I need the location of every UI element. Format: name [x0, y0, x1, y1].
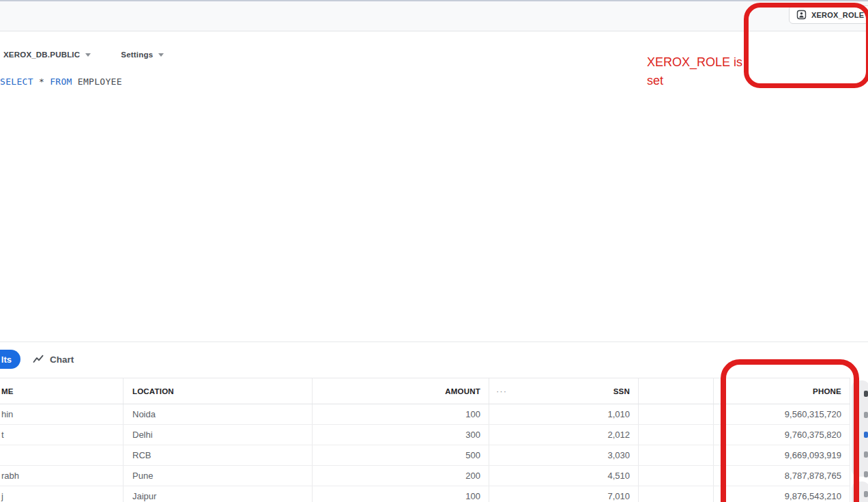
- cell-location[interactable]: RCB: [124, 445, 313, 465]
- settings-label: Settings: [121, 51, 153, 59]
- tab-chart-label: Chart: [50, 354, 74, 365]
- sql-operator: *: [33, 76, 50, 87]
- cell-amount[interactable]: 500: [313, 445, 489, 465]
- cell-name[interactable]: hin: [0, 404, 124, 424]
- cell-name[interactable]: [0, 445, 124, 465]
- cell-ssn[interactable]: 7,010: [489, 486, 639, 502]
- cell-name[interactable]: t: [0, 425, 124, 445]
- top-bar: XEROX_ROLE: [0, 0, 868, 31]
- cell-location[interactable]: Pune: [124, 466, 313, 486]
- cell-ssn[interactable]: 2,012: [489, 425, 639, 445]
- sql-keyword: SELECT: [0, 76, 33, 87]
- sql-keyword: FROM: [50, 76, 72, 87]
- tab-results-label: lts: [1, 354, 12, 365]
- cutoff-text-fragment: [864, 471, 868, 477]
- annotation-note: XEROX_ROLE is set: [647, 53, 749, 90]
- line-chart-icon: [33, 354, 44, 365]
- cell-amount[interactable]: 100: [313, 404, 489, 424]
- column-header-location[interactable]: LOCATION: [124, 378, 313, 404]
- database-selector-dropdown[interactable]: XEROX_DB.PUBLIC: [3, 51, 91, 59]
- cutoff-text-fragment: [864, 391, 868, 397]
- column-header-name[interactable]: ME: [0, 378, 124, 404]
- cell-location[interactable]: Delhi: [124, 425, 313, 445]
- cutoff-text-fragment: [864, 451, 868, 458]
- cell-ssn[interactable]: 4,510: [489, 466, 639, 486]
- cutoff-text-fragment: [864, 412, 868, 418]
- worksheet-toolbar: XEROX_DB.PUBLIC Settings: [3, 46, 164, 63]
- window-top-strip: [0, 0, 868, 1]
- database-selector-label: XEROX_DB.PUBLIC: [3, 51, 80, 59]
- column-header-ssn[interactable]: ··· SSN: [489, 378, 639, 404]
- sql-editor-line[interactable]: SELECT * FROM EMPLOYEE: [0, 76, 122, 87]
- cell-location[interactable]: Jaipur: [124, 486, 313, 502]
- app-window: XEROX_ROLE XEROX_DB.PUBLIC Settings SELE…: [0, 0, 868, 502]
- tab-chart[interactable]: Chart: [33, 350, 74, 369]
- chevron-down-icon: [158, 53, 164, 57]
- cell-amount[interactable]: 300: [313, 425, 489, 445]
- cell-blank[interactable]: [639, 425, 714, 445]
- column-overflow-dots-icon[interactable]: ···: [496, 386, 507, 396]
- cell-blank[interactable]: [639, 486, 714, 502]
- annotation-rectangle-phone-column: [721, 359, 859, 502]
- cutoff-text-fragment: [864, 491, 868, 497]
- cell-blank[interactable]: [639, 466, 714, 486]
- annotation-rectangle-role: [744, 3, 868, 88]
- column-header-ssn-label: SSN: [613, 387, 630, 395]
- cell-name[interactable]: j: [0, 486, 124, 502]
- chevron-down-icon: [85, 53, 91, 57]
- column-header-amount[interactable]: AMOUNT: [313, 378, 489, 404]
- cutoff-text-fragment: [864, 432, 868, 438]
- tab-results[interactable]: lts: [0, 350, 20, 369]
- cell-location[interactable]: Noida: [124, 404, 313, 424]
- cell-blank[interactable]: [639, 445, 714, 465]
- cell-blank[interactable]: [639, 404, 714, 424]
- settings-dropdown[interactable]: Settings: [121, 51, 164, 59]
- column-header-blank[interactable]: [639, 378, 714, 404]
- cell-amount[interactable]: 200: [313, 466, 489, 486]
- sql-identifier: EMPLOYEE: [72, 76, 122, 87]
- cell-name[interactable]: rabh: [0, 466, 124, 486]
- cell-ssn[interactable]: 3,030: [489, 445, 639, 465]
- cell-ssn[interactable]: 1,010: [489, 404, 639, 424]
- cell-amount[interactable]: 100: [313, 486, 489, 502]
